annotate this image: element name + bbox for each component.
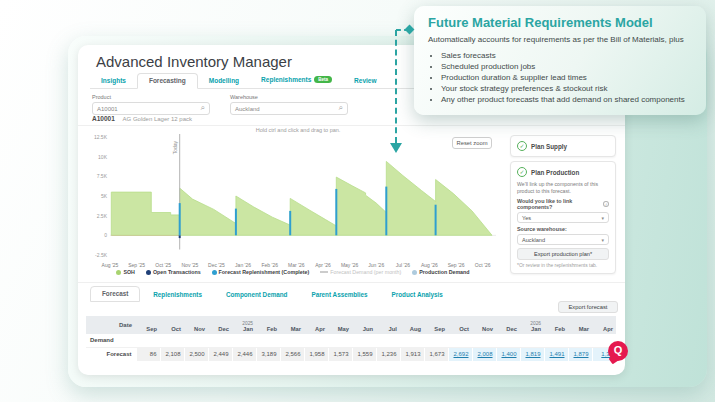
month-column-header: Mar: [568, 316, 592, 334]
legend-swatch-icon: [146, 270, 151, 275]
forecast-value: 2,566: [280, 347, 304, 361]
forecast-value: 2,500: [184, 347, 208, 361]
logo-badge: Q: [608, 341, 628, 361]
forecast-value: 1,673: [424, 347, 448, 361]
callout-intro: Automatically accounts for requirements …: [428, 35, 692, 45]
callout-bullet: Production duration & supplier lead time…: [441, 73, 692, 84]
info-icon[interactable]: i: [603, 201, 609, 207]
svg-text:Oct '25: Oct '25: [155, 262, 171, 268]
plan-production-card: ✓ Plan Production We'll link up the comp…: [510, 161, 616, 274]
forecast-row-label: Forecast: [86, 347, 136, 361]
demand-group-row: Demand: [86, 334, 616, 347]
month-column-header: Sep: [136, 316, 160, 334]
svg-text:10K: 10K: [98, 154, 108, 160]
callout-bullet: Any other product forecasts that add dem…: [441, 95, 692, 106]
forecast-value: 3,189: [256, 347, 280, 361]
forecast-chart-svg[interactable]: 12.5K10K7.5K5K2.5K0-2.5KAug '25Sep '25Oc…: [84, 131, 502, 271]
table-tab-replenishments[interactable]: Replenishments: [142, 288, 213, 302]
svg-text:5K: 5K: [101, 193, 108, 199]
legend-item[interactable]: Production Demand: [412, 269, 469, 275]
svg-text:Aug '25: Aug '25: [102, 262, 119, 268]
svg-text:Feb '26: Feb '26: [261, 262, 278, 268]
callout-bullet: Your stock strategy preferences & stocko…: [441, 84, 692, 95]
legend-item[interactable]: Open Transactions: [146, 269, 201, 275]
warehouse-input-value: Auckland: [235, 106, 260, 112]
month-column-header: 2026Jan: [520, 316, 544, 334]
forecast-value-future[interactable]: 1,819: [520, 347, 544, 361]
divider: [78, 282, 625, 283]
forecast-value: 1,559: [352, 347, 376, 361]
callout-bullet: Scheduled production jobs: [441, 62, 692, 73]
forecast-value: 86: [136, 347, 160, 361]
callout-bullet: Sales forecasts: [441, 51, 692, 62]
forecast-value: 2,446: [232, 347, 256, 361]
product-label: Product: [92, 94, 210, 100]
forecast-value: 1,236: [376, 347, 400, 361]
tab-review[interactable]: Review: [343, 74, 387, 88]
month-column-header: Feb: [544, 316, 568, 334]
legend-swatch-icon: [116, 270, 121, 275]
forecast-value: 1,958: [304, 347, 328, 361]
legend-item[interactable]: SOH: [116, 269, 134, 275]
product-code: A10001: [92, 115, 115, 122]
table-row: Forecast862,1082,5002,4492,4463,1892,566…: [86, 347, 616, 361]
forecast-table: Date Sep Oct Nov Dec2025Jan Feb Mar Apr …: [86, 316, 616, 361]
table-tab-product-analysis[interactable]: Product Analysis: [381, 288, 454, 302]
connector-line: [395, 30, 397, 143]
forecast-value: 1,573: [328, 347, 352, 361]
tab-replenishments[interactable]: ReplenishmentsBeta: [250, 73, 343, 88]
forecast-value: 2,108: [160, 347, 184, 361]
callout-bullet-list: Sales forecastsScheduled production jobs…: [441, 51, 692, 105]
month-column-header: Nov: [472, 316, 496, 334]
connector-arrow-icon: [390, 143, 402, 153]
source-warehouse-select[interactable]: Auckland ▾: [517, 234, 609, 245]
plan-supply-card[interactable]: ✓ Plan Supply: [510, 135, 616, 157]
search-icon: ⌕: [339, 104, 343, 112]
month-column-header: Jun: [352, 316, 376, 334]
svg-text:Today: Today: [172, 141, 178, 155]
month-column-header: Feb: [256, 316, 280, 334]
logo-glyph: Q: [608, 341, 628, 361]
table-tab-component-demand[interactable]: Component Demand: [215, 288, 299, 302]
warehouse-input[interactable]: Auckland ⌕: [230, 102, 348, 115]
month-column-header: Aug: [400, 316, 424, 334]
svg-text:Sep '25: Sep '25: [128, 262, 145, 268]
table-tab-forecast[interactable]: Forecast: [90, 286, 140, 302]
chevron-down-icon: ▾: [601, 237, 604, 243]
divider: [78, 125, 625, 126]
forecast-value: 1,913: [400, 347, 424, 361]
forecast-value-future[interactable]: 1,491: [544, 347, 568, 361]
tab-modelling[interactable]: Modelling: [198, 74, 250, 88]
svg-text:0: 0: [104, 232, 107, 238]
forecast-value-future[interactable]: 2,692: [448, 347, 472, 361]
svg-text:Apr '26: Apr '26: [315, 262, 331, 268]
forecast-value-future[interactable]: 1,400: [496, 347, 520, 361]
date-column-header: Date: [86, 316, 136, 334]
tab-forecasting[interactable]: Forecasting: [137, 73, 198, 89]
svg-text:Jan '26: Jan '26: [235, 262, 251, 268]
legend-item[interactable]: Forecast Demand (per month): [320, 269, 401, 275]
product-field: Product A10001 ⌕: [92, 94, 210, 115]
month-column-header: Mar: [280, 316, 304, 334]
legend-swatch-icon: [320, 271, 328, 273]
export-footnote: *Or review in the replenishments tab.: [517, 263, 609, 268]
export-forecast-button[interactable]: Export forecast: [558, 301, 618, 313]
svg-text:Mar '26: Mar '26: [288, 262, 305, 268]
forecast-value-future[interactable]: 1,879: [568, 347, 592, 361]
table-tab-parent-assemblies[interactable]: Parent Assemblies: [300, 288, 378, 302]
link-components-value: Yes: [522, 215, 531, 221]
filter-bar: Product A10001 ⌕ Warehouse Auckland ⌕: [92, 94, 348, 115]
forecast-chart[interactable]: 12.5K10K7.5K5K2.5K0-2.5KAug '25Sep '25Oc…: [84, 131, 502, 271]
svg-text:12.5K: 12.5K: [94, 134, 108, 140]
svg-text:Jun '26: Jun '26: [368, 262, 384, 268]
legend-item[interactable]: Forecast Replenishment (Complete): [212, 269, 310, 275]
tab-insights[interactable]: Insights: [90, 74, 137, 88]
export-production-plan-button[interactable]: Export production plan*: [517, 248, 609, 260]
month-column-header: Jul: [376, 316, 400, 334]
connector-line: [396, 29, 409, 31]
plan-production-title: Plan Production: [531, 169, 579, 176]
link-components-select[interactable]: Yes ▾: [517, 212, 609, 223]
forecast-value-future[interactable]: 2,008: [472, 347, 496, 361]
product-input[interactable]: A10001 ⌕: [92, 102, 210, 115]
callout-card: Future Material Requirements Model Autom…: [414, 6, 706, 115]
